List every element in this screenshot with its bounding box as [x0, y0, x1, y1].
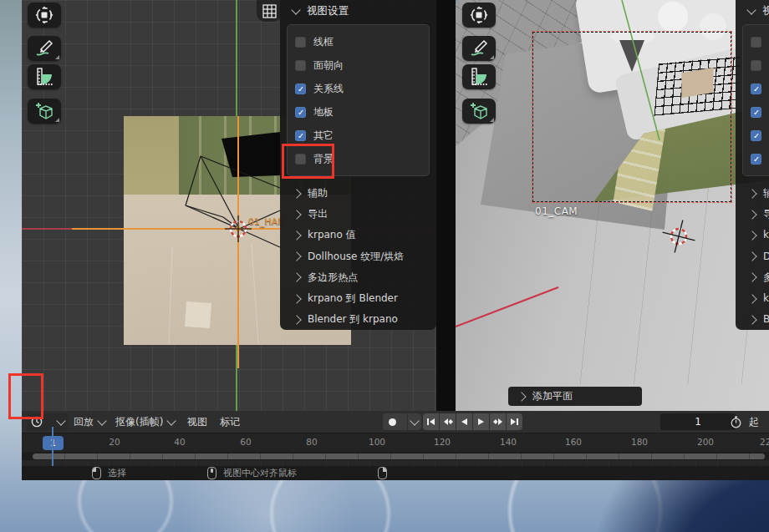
checkbox[interactable]: [751, 60, 761, 71]
section-blender-to-krpano[interactable]: Blender 到 krpano: [736, 309, 769, 330]
annotation-box-background-checkbox: [282, 144, 334, 179]
record-button[interactable]: [383, 413, 402, 430]
section-krpano-to-blender[interactable]: krpano 到 Blender: [736, 288, 769, 309]
editor-divider: [436, 0, 456, 411]
measure-tool[interactable]: [462, 64, 496, 89]
timecode-toggle[interactable]: [728, 413, 744, 430]
chevron-right-icon: [747, 231, 756, 240]
ruler-tick: 20: [109, 437, 120, 447]
checkbox[interactable]: [751, 154, 761, 165]
section-label: krpano 到 Blender: [308, 291, 398, 306]
previous-keyframe-button[interactable]: [440, 413, 456, 430]
ruler-tick: 160: [565, 437, 582, 447]
checkbox[interactable]: [751, 130, 761, 141]
camera-frame[interactable]: [532, 32, 731, 202]
region-expand-arrow[interactable]: ›: [15, 443, 19, 455]
checkbox-row-wireframe[interactable]: 线框: [751, 30, 769, 53]
frame-field-value: 1: [695, 416, 701, 428]
section-auxiliary[interactable]: 辅助: [280, 183, 436, 204]
checkbox-row-face-orientation[interactable]: 面朝向: [295, 53, 421, 77]
panel-header[interactable]: 视图设置: [280, 0, 436, 23]
section-label: 导出: [308, 207, 328, 221]
section-dollhouse[interactable]: Dollhouse 纹理/烘焙: [736, 246, 769, 267]
record-dot-icon: [389, 418, 396, 426]
play-button[interactable]: [473, 413, 489, 430]
checkbox[interactable]: [295, 84, 306, 94]
jump-to-end-button[interactable]: [507, 413, 522, 430]
grid-overlay-icon[interactable]: [257, 0, 282, 22]
section-krpano-to-blender[interactable]: krpano 到 Blender: [280, 288, 436, 309]
add-cube-tool[interactable]: [28, 99, 61, 124]
grid-icon: [262, 4, 277, 18]
ruler-tick: 200: [697, 437, 714, 447]
section-label: Blender 到 krpano: [763, 312, 769, 327]
section-label: krpano 值: [308, 228, 356, 242]
chevron-down-icon: [167, 416, 176, 425]
tile-highlight: [185, 301, 211, 328]
ruler-tick: 120: [434, 437, 451, 447]
current-frame-field[interactable]: 1: [660, 413, 736, 430]
add-cube-icon: [469, 101, 489, 121]
checkbox[interactable]: [295, 130, 306, 141]
add-plane-panel[interactable]: 添加平面: [508, 387, 642, 406]
empty-object-crosshair-v: [237, 116, 239, 368]
checkbox-row-background[interactable]: 背景: [751, 147, 769, 170]
add-plane-label: 添加平面: [532, 389, 573, 403]
section-blender-to-krpano[interactable]: Blender 到 krpano: [280, 309, 436, 330]
timeline-channel-strip: [22, 460, 769, 466]
section-krpano-values[interactable]: krpano 值: [280, 225, 436, 246]
next-keyframe-button[interactable]: [490, 413, 506, 430]
annotate-tool[interactable]: [28, 36, 61, 61]
section-export[interactable]: 导出: [736, 204, 769, 225]
overlay-checkbox-group: 线框 面朝向 关系线 地板 其它 背景: [742, 24, 769, 176]
record-options-button[interactable]: [407, 413, 421, 430]
checkbox[interactable]: [751, 84, 761, 94]
pillow-shape: [658, 2, 688, 32]
checkbox[interactable]: [295, 107, 306, 118]
navigate-gizmo-tool[interactable]: [462, 3, 496, 28]
measure-tool[interactable]: [28, 64, 61, 89]
view-menu[interactable]: 视图: [182, 413, 212, 430]
chevron-right-icon: [292, 294, 301, 303]
checkbox-row-floor[interactable]: 地板: [751, 100, 769, 124]
checkbox-row-floor[interactable]: 地板: [295, 100, 421, 124]
checkbox-row-face-orientation[interactable]: 面朝向: [751, 53, 769, 77]
ruler-tick: 80: [306, 437, 317, 447]
checkbox-label: 其它: [313, 129, 334, 143]
section-krpano-values[interactable]: krpano 值: [736, 225, 769, 246]
playhead[interactable]: [52, 427, 53, 466]
timeline-ruler[interactable]: 20 40 60 80 100 120 140 160 180 200 220 …: [22, 433, 769, 452]
hint-label: 选择: [108, 467, 126, 479]
navigate-gizmo-tool[interactable]: [28, 3, 61, 28]
section-dollhouse[interactable]: Dollhouse 纹理/烘焙: [280, 246, 436, 267]
checkbox[interactable]: [751, 37, 761, 48]
checkbox-row-relationship-lines[interactable]: 关系线: [751, 77, 769, 100]
menu-label: 视图: [187, 415, 207, 429]
chevron-right-icon: [292, 231, 301, 240]
annotate-tool[interactable]: [462, 36, 496, 61]
checkbox-row-other[interactable]: 其它: [751, 124, 769, 147]
checkbox-row-relationship-lines[interactable]: 关系线: [295, 77, 421, 100]
horizontal-scrollbar[interactable]: [33, 453, 765, 459]
section-label: Blender 到 krpano: [308, 312, 398, 327]
section-label: 导出: [763, 207, 769, 221]
section-auxiliary[interactable]: 辅助: [736, 183, 769, 204]
ruler-tick: 180: [631, 437, 648, 447]
add-cube-tool[interactable]: [462, 99, 496, 124]
keying-menu[interactable]: 抠像(插帧): [110, 413, 180, 430]
checkbox-row-wireframe[interactable]: 线框: [295, 30, 421, 53]
panel-header[interactable]: 视图设置: [736, 0, 769, 23]
section-polygon-hotspot[interactable]: 多边形热点: [280, 267, 436, 288]
section-polygon-hotspot[interactable]: 多边形热点: [736, 267, 769, 288]
play-reverse-button[interactable]: [456, 413, 472, 430]
viewport-right[interactable]: 01_CAM 添加平面: [456, 0, 769, 411]
chevron-right-icon: [747, 210, 756, 219]
playback-menu[interactable]: 回放: [69, 413, 110, 430]
checkbox[interactable]: [295, 37, 306, 48]
chevron-right-icon: [292, 315, 301, 324]
checkbox[interactable]: [295, 60, 306, 71]
jump-to-start-button[interactable]: [423, 413, 439, 430]
marker-menu[interactable]: 标记: [215, 413, 245, 430]
checkbox[interactable]: [751, 107, 761, 118]
section-export[interactable]: 导出: [280, 204, 436, 225]
